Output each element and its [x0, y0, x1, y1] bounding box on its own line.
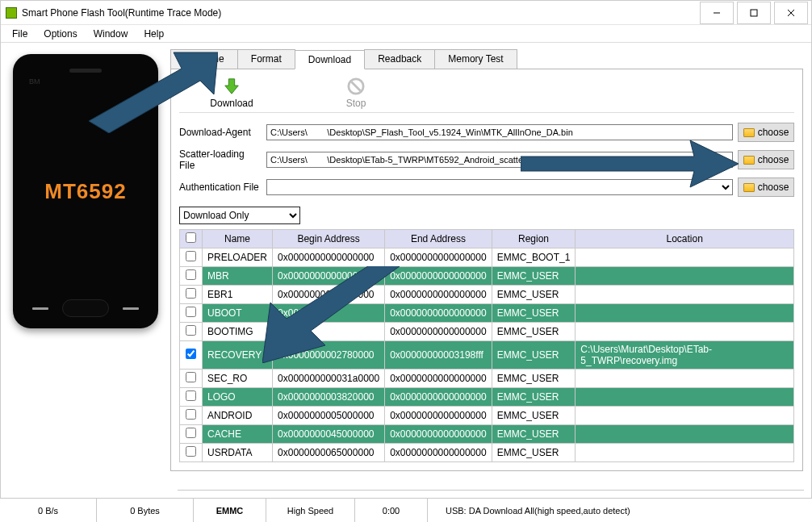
choose-da-button[interactable]: choose: [738, 123, 794, 142]
cell-location: [576, 407, 794, 425]
auth-file-label: Authentication File: [179, 182, 262, 193]
cell-end: 0x0000000000000000: [385, 304, 492, 323]
tab-memory-test[interactable]: Memory Test: [434, 49, 517, 69]
menu-help[interactable]: Help: [136, 27, 172, 41]
col-begin: Begin Address: [273, 230, 385, 248]
cell-region: EMMC_USER: [492, 388, 576, 407]
cell-name: USRDATA: [203, 444, 273, 462]
stop-button[interactable]: Stop: [328, 77, 384, 109]
close-button[interactable]: [774, 2, 808, 24]
folder-icon: [743, 183, 755, 192]
window-title: Smart Phone Flash Tool(Runtime Trace Mod…: [22, 7, 697, 19]
download-mode-select[interactable]: Download Only: [179, 207, 300, 224]
cell-region: EMMC_USER: [492, 323, 576, 341]
folder-icon: [743, 156, 755, 165]
cell-location: [576, 304, 794, 323]
home-button-icon: [62, 299, 109, 317]
row-checkbox[interactable]: [186, 390, 196, 401]
cell-region: EMMC_USER: [492, 341, 576, 370]
cell-name: EBR1: [203, 286, 273, 304]
status-usb: USB: DA Download All(high speed,auto det…: [428, 499, 812, 522]
stop-button-label: Stop: [346, 98, 366, 109]
menu-options[interactable]: Options: [36, 27, 85, 41]
table-row[interactable]: CACHE0x00000000450000000x000000000000000…: [180, 425, 794, 444]
download-button-label: Download: [210, 98, 253, 109]
cell-location: [576, 323, 794, 341]
row-checkbox[interactable]: [186, 372, 196, 382]
table-row[interactable]: EBR10x00000000000800000x0000000000000000…: [180, 286, 794, 304]
cell-region: EMMC_USER: [492, 286, 576, 304]
cell-name: LOGO: [203, 388, 273, 407]
tab-readback[interactable]: Readback: [364, 49, 435, 69]
cell-name: UBOOT: [203, 304, 273, 323]
app-icon: [6, 7, 17, 19]
cell-location: [576, 425, 794, 444]
cell-location: [576, 370, 794, 388]
table-row[interactable]: SEC_RO0x000000000031a00000x0000000000000…: [180, 370, 794, 388]
choose-scatter-button[interactable]: choose: [738, 150, 794, 169]
table-row[interactable]: RECOVERY0x00000000027800000x000000000031…: [180, 341, 794, 370]
status-storage: EMMC: [194, 499, 266, 522]
row-checkbox[interactable]: [186, 307, 196, 317]
row-checkbox[interactable]: [186, 251, 196, 261]
row-checkbox[interactable]: [186, 325, 196, 336]
partition-table: Name Begin Address End Address Region Lo…: [179, 229, 794, 462]
cell-begin: 0x000: [273, 323, 385, 341]
cell-location: [576, 286, 794, 304]
scatter-file-path[interactable]: [266, 152, 733, 168]
choose-auth-button[interactable]: choose: [738, 177, 794, 197]
auth-file-combo[interactable]: [266, 179, 733, 195]
table-row[interactable]: UBOOT0x00000000x0000000000000000EMMC_USE…: [180, 304, 794, 323]
minimize-button[interactable]: [700, 2, 734, 24]
cell-end: 0x00000000003198fff: [385, 341, 492, 370]
cell-region: EMMC_BOOT_1: [492, 248, 576, 267]
phone-brand: BM: [29, 77, 40, 86]
row-checkbox[interactable]: [186, 288, 196, 299]
table-row[interactable]: MBR0x00000000000000000x0000000000000000E…: [180, 267, 794, 286]
download-button[interactable]: Download: [203, 77, 260, 109]
select-all-checkbox[interactable]: [186, 232, 196, 243]
download-agent-path[interactable]: [266, 124, 733, 140]
row-checkbox[interactable]: [186, 269, 196, 280]
svg-line-6: [352, 82, 361, 91]
row-checkbox[interactable]: [186, 349, 196, 359]
cell-begin: 0x0000000002780000: [273, 341, 385, 370]
cell-location: C:\Users\Murat\Desktop\ETab-5_TWRP\recov…: [576, 341, 794, 370]
cell-begin: 0x0000000000000000: [273, 248, 385, 267]
cell-end: 0x0000000000000000: [385, 370, 492, 388]
row-checkbox[interactable]: [186, 446, 196, 457]
status-mode: High Speed: [266, 499, 355, 522]
tab-format[interactable]: Format: [237, 49, 295, 69]
cell-name: ANDROID: [203, 407, 273, 425]
cell-location: [576, 388, 794, 407]
cell-begin: 0x0000000003820000: [273, 388, 385, 407]
row-checkbox[interactable]: [186, 428, 196, 438]
svg-marker-4: [225, 79, 239, 94]
table-row[interactable]: PRELOADER0x00000000000000000x00000000000…: [180, 248, 794, 267]
cell-region: EMMC_USER: [492, 425, 576, 444]
col-region: Region: [492, 230, 576, 248]
folder-icon: [743, 128, 755, 137]
table-row[interactable]: ANDROID0x00000000050000000x0000000000000…: [180, 407, 794, 425]
soft-key-back-icon: [123, 307, 139, 310]
cell-end: 0x0000000000000000: [385, 267, 492, 286]
cell-begin: 0x0000000: [273, 304, 385, 323]
table-row[interactable]: BOOTIMG0x0000x0000000000000000EMMC_USER: [180, 323, 794, 341]
cell-region: EMMC_USER: [492, 370, 576, 388]
table-row[interactable]: USRDATA0x00000000650000000x0000000000000…: [180, 444, 794, 462]
cell-location: [576, 248, 794, 267]
row-checkbox[interactable]: [186, 409, 196, 420]
cell-name: BOOTIMG: [203, 323, 273, 341]
cell-begin: 0x0000000005000000: [273, 407, 385, 425]
cell-name: RECOVERY: [203, 341, 273, 370]
maximize-button[interactable]: [737, 2, 771, 24]
cell-region: EMMC_USER: [492, 304, 576, 323]
menu-window[interactable]: Window: [86, 27, 136, 41]
menu-file[interactable]: File: [4, 27, 36, 41]
tab-download[interactable]: Download: [295, 50, 365, 69]
tab-welcome[interactable]: Welcome: [170, 49, 238, 69]
cell-begin: 0x0000000000080000: [273, 286, 385, 304]
table-row[interactable]: LOGO0x00000000038200000x0000000000000000…: [180, 388, 794, 407]
cell-begin: 0x000000000031a0000: [273, 370, 385, 388]
cell-region: EMMC_USER: [492, 407, 576, 425]
